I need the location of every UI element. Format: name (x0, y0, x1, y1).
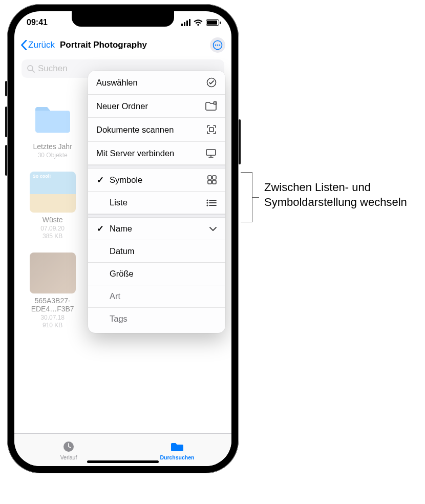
clock-icon (62, 440, 75, 453)
menu-item-view-icons[interactable]: ✓ Symbole (88, 169, 225, 192)
svg-rect-10 (208, 176, 211, 179)
cellular-signal-icon (181, 19, 190, 26)
power-button (239, 119, 241, 164)
svg-point-15 (206, 202, 208, 203)
ellipsis-circle-icon (213, 40, 223, 50)
menu-label: Größe (110, 269, 134, 279)
navigation-bar: Zurück Portrait Photography (14, 34, 231, 56)
display-icon (205, 148, 217, 158)
list-bullet-icon (206, 199, 217, 207)
menu-label: Dokumente scannen (96, 125, 206, 135)
menu-label: Auswählen (96, 78, 206, 88)
svg-rect-12 (208, 180, 211, 184)
menu-item-sort-size[interactable]: Größe (88, 263, 225, 285)
menu-item-sort-name[interactable]: ✓ Name (88, 218, 225, 240)
callout-text: Zwischen Listen- und Symboldarstellung w… (258, 169, 417, 209)
menu-item-view-list[interactable]: Liste (88, 192, 225, 214)
menu-item-scan-documents[interactable]: Dokumente scannen (88, 118, 225, 142)
menu-label: Neuer Ordner (96, 101, 205, 111)
svg-rect-11 (213, 176, 216, 179)
menu-label: Mit Server verbinden (96, 149, 205, 158)
grid-2x2-icon (207, 175, 217, 185)
menu-item-select[interactable]: Auswählen (88, 71, 225, 95)
menu-separator (88, 214, 225, 218)
notch (72, 11, 174, 27)
menu-label: Name (110, 224, 132, 234)
viewfinder-scan-icon (206, 124, 217, 135)
checkmark-icon: ✓ (96, 224, 104, 234)
svg-point-3 (219, 45, 221, 46)
svg-point-2 (217, 45, 219, 46)
page-title: Portrait Photography (55, 40, 210, 50)
wifi-icon (194, 19, 203, 26)
folder-icon (169, 440, 185, 453)
svg-point-16 (206, 204, 208, 206)
menu-label: Tags (110, 314, 128, 324)
volume-up-button (5, 107, 7, 137)
menu-separator (88, 165, 225, 169)
device-frame: 09:41 Zurück Portrait Photography (7, 4, 239, 473)
svg-rect-9 (206, 150, 216, 155)
home-indicator[interactable] (87, 460, 159, 463)
more-button[interactable] (210, 37, 225, 53)
svg-point-14 (206, 199, 208, 201)
menu-label: Liste (110, 198, 128, 207)
svg-point-1 (215, 45, 217, 46)
checkmark-circle-icon (206, 77, 217, 88)
mute-switch (5, 81, 7, 96)
menu-item-new-folder[interactable]: Neuer Ordner (88, 95, 225, 118)
back-label: Zurück (28, 40, 55, 50)
menu-item-sort-kind[interactable]: Art (88, 285, 225, 308)
context-menu: Auswählen Neuer Ordner Dokumente scannen… (88, 71, 225, 333)
svg-rect-13 (213, 180, 216, 184)
menu-item-sort-tags[interactable]: Tags (88, 308, 225, 333)
status-time: 09:41 (27, 18, 48, 27)
battery-icon (206, 19, 219, 26)
menu-label: Art (110, 291, 120, 301)
chevron-left-icon (20, 40, 27, 50)
folder-plus-icon (205, 101, 217, 111)
menu-label: Symbole (110, 175, 142, 185)
menu-label: Datum (110, 246, 135, 256)
chevron-down-icon (209, 226, 217, 232)
annotation-callout: Zwischen Listen- und Symboldarstellung w… (241, 169, 417, 225)
tab-label: Durchsuchen (160, 454, 194, 460)
tab-label: Verlauf (60, 454, 77, 460)
callout-bracket (241, 169, 258, 225)
svg-rect-8 (209, 128, 214, 132)
checkmark-icon: ✓ (96, 175, 104, 185)
volume-down-button (5, 145, 7, 176)
menu-item-sort-date[interactable]: Datum (88, 240, 225, 263)
screen: 09:41 Zurück Portrait Photography (14, 11, 231, 466)
back-button[interactable]: Zurück (20, 40, 55, 50)
menu-item-connect-server[interactable]: Mit Server verbinden (88, 142, 225, 165)
